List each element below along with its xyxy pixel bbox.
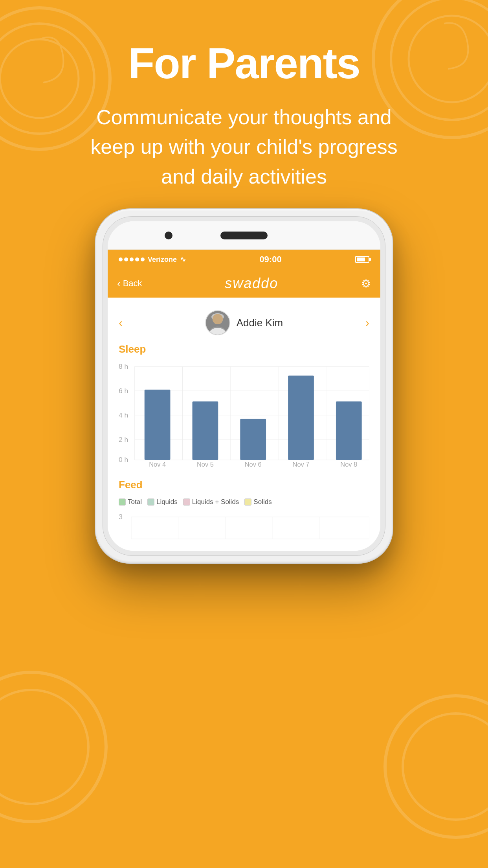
legend-total-label: Total bbox=[128, 498, 142, 506]
sleep-chart: 8 h 6 h 4 h 2 h 0 h bbox=[119, 359, 369, 469]
svg-text:2 h: 2 h bbox=[119, 436, 128, 443]
bar-nov4 bbox=[145, 390, 171, 460]
sleep-title: Sleep bbox=[119, 343, 369, 355]
signal-indicator bbox=[119, 257, 145, 261]
svg-text:6 h: 6 h bbox=[119, 387, 128, 395]
phone-outer-shell: Verizone ∿ 09:00 ‹ Back bbox=[95, 208, 393, 564]
feed-legend: Total Liquids Liquids + Solids bbox=[119, 495, 369, 509]
bar-nov6 bbox=[240, 419, 266, 460]
legend-liquids: Liquids bbox=[147, 498, 178, 506]
app-logo: swaddo bbox=[225, 275, 278, 292]
svg-text:8 h: 8 h bbox=[119, 362, 128, 370]
bar-nov7 bbox=[288, 375, 314, 460]
back-label: Back bbox=[123, 278, 142, 289]
signal-dot-3 bbox=[130, 257, 134, 261]
app-nav-bar: ‹ Back swaddo ⚙ bbox=[108, 269, 380, 298]
page-subtitle: Communicate your thoughts and keep up wi… bbox=[67, 103, 421, 191]
legend-total-swatch bbox=[119, 498, 126, 506]
front-camera bbox=[165, 232, 172, 239]
legend-solids: Solids bbox=[244, 498, 272, 506]
phone-speaker bbox=[220, 232, 268, 239]
legend-liquids-solids: Liquids + Solids bbox=[183, 498, 239, 506]
status-bar: Verizone ∿ 09:00 bbox=[108, 250, 380, 269]
screen-content: ‹ bbox=[108, 298, 380, 551]
legend-solids-label: Solids bbox=[253, 498, 272, 506]
back-chevron-icon: ‹ bbox=[117, 278, 121, 290]
svg-text:Nov 6: Nov 6 bbox=[245, 461, 262, 468]
feed-chart-svg: 3 bbox=[119, 511, 369, 543]
feed-chart: 3 bbox=[119, 511, 369, 543]
svg-point-7 bbox=[0, 690, 88, 804]
svg-text:3: 3 bbox=[119, 513, 123, 521]
status-left: Verizone ∿ bbox=[119, 255, 186, 264]
svg-text:Nov 5: Nov 5 bbox=[197, 461, 214, 468]
page-title: For Parents bbox=[0, 39, 488, 87]
svg-text:Nov 4: Nov 4 bbox=[149, 461, 166, 468]
feed-title: Feed bbox=[119, 479, 369, 491]
phone-screen: Verizone ∿ 09:00 ‹ Back bbox=[108, 221, 380, 551]
wifi-icon: ∿ bbox=[180, 255, 186, 264]
svg-text:Nov 8: Nov 8 bbox=[340, 461, 357, 468]
svg-text:4 h: 4 h bbox=[119, 411, 128, 419]
child-profile-row: ‹ bbox=[119, 305, 369, 343]
svg-point-6 bbox=[0, 672, 106, 822]
status-right bbox=[355, 256, 369, 263]
header-section: For Parents Communicate your thoughts an… bbox=[0, 0, 488, 191]
settings-icon[interactable]: ⚙ bbox=[361, 277, 371, 290]
status-time: 09:00 bbox=[259, 254, 281, 265]
svg-text:0 h: 0 h bbox=[119, 456, 128, 463]
svg-text:Nov 7: Nov 7 bbox=[293, 461, 310, 468]
signal-dot-4 bbox=[135, 257, 139, 261]
svg-point-8 bbox=[385, 696, 488, 837]
bar-nov5 bbox=[193, 401, 218, 460]
legend-liquids-label: Liquids bbox=[156, 498, 178, 506]
bar-nov8 bbox=[336, 401, 362, 460]
feed-section: Feed Total Liquids bbox=[119, 473, 369, 543]
back-button[interactable]: ‹ Back bbox=[117, 278, 142, 290]
profile-center: Addie Kim bbox=[205, 310, 283, 335]
signal-dot-2 bbox=[124, 257, 128, 261]
legend-total: Total bbox=[119, 498, 142, 506]
battery-fill bbox=[357, 257, 365, 261]
prev-child-button[interactable]: ‹ bbox=[119, 316, 123, 329]
legend-liquids-solids-label: Liquids + Solids bbox=[192, 498, 239, 506]
next-child-button[interactable]: › bbox=[365, 316, 369, 329]
phone-mockup: Verizone ∿ 09:00 ‹ Back bbox=[95, 208, 393, 564]
legend-liquids-swatch bbox=[147, 498, 154, 506]
child-name: Addie Kim bbox=[237, 317, 283, 329]
legend-liquids-solids-swatch bbox=[183, 498, 190, 506]
carrier-label: Verizone bbox=[148, 256, 177, 264]
signal-dot-5 bbox=[141, 257, 145, 261]
phone-middle-shell: Verizone ∿ 09:00 ‹ Back bbox=[103, 216, 385, 556]
svg-point-9 bbox=[403, 714, 488, 820]
signal-dot-1 bbox=[119, 257, 123, 261]
svg-point-14 bbox=[213, 314, 223, 324]
sleep-chart-svg: 8 h 6 h 4 h 2 h 0 h bbox=[119, 359, 369, 469]
sleep-section: Sleep 8 h 6 h 4 h 2 h 0 h bbox=[119, 343, 369, 469]
phone-top-hardware bbox=[108, 221, 380, 250]
avatar bbox=[205, 310, 230, 335]
legend-solids-swatch bbox=[244, 498, 251, 506]
battery-icon bbox=[355, 256, 369, 263]
